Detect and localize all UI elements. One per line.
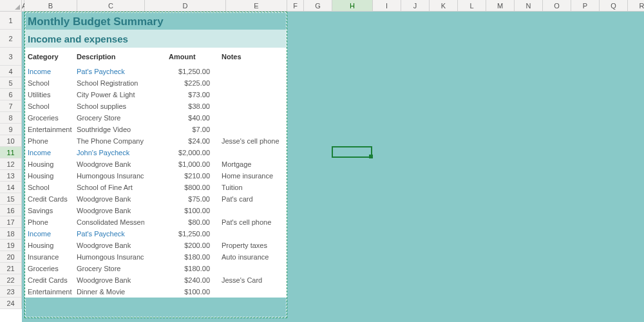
cell-amount[interactable]: $40.00 [144,114,222,122]
cell-category[interactable]: Credit Cards [28,276,77,284]
cell-category[interactable]: Groceries [28,265,77,272]
cell-description[interactable]: School Registration [77,79,144,87]
cell-description[interactable]: Pat's Paycheck [77,68,144,75]
row-header-12[interactable]: 12 [0,158,21,170]
col-category[interactable]: Category [28,53,77,61]
row-header-3[interactable]: 3 [0,48,21,66]
cell-amount[interactable]: $80.00 [144,218,222,226]
col-header-L[interactable]: L [458,0,486,11]
row-header-18[interactable]: 18 [0,228,21,240]
col-header-J[interactable]: J [401,0,430,11]
cell-notes[interactable]: Jesse's Card [222,276,283,284]
table-row[interactable]: HousingHumongous Insurance$210.00Home in… [24,170,287,182]
col-header-H[interactable]: H [332,0,373,11]
cell-amount[interactable]: $180.00 [144,253,222,261]
col-description[interactable]: Description [77,53,144,61]
col-header-B[interactable]: B [24,0,77,11]
table-row[interactable]: SchoolSchool of Fine Art$800.00Tuition [24,182,287,193]
cell-category[interactable]: School [28,79,77,87]
fill-handle[interactable] [369,155,373,158]
table-row[interactable]: SchoolSchool Registration$225.00 [24,77,287,89]
row-header-24[interactable]: 24 [0,298,21,309]
cell-amount[interactable]: $38.00 [144,102,222,110]
table-row[interactable]: HousingWoodgrove Bank$200.00Property tax… [24,240,287,251]
cell-notes[interactable]: Tuition [222,184,283,191]
table-row[interactable]: UtilitiesCity Power & Light$73.00 [24,89,287,100]
cell-category[interactable]: Income [28,149,77,156]
cell-amount[interactable]: $225.00 [144,79,222,87]
table-row[interactable]: IncomeJohn's Paycheck$2,000.00 [24,147,287,158]
row-header-9[interactable]: 9 [0,124,21,135]
cell-description[interactable]: Grocery Store [77,114,144,122]
col-header-K[interactable]: K [430,0,458,11]
row-header-5[interactable]: 5 [0,77,21,89]
row-header-22[interactable]: 22 [0,274,21,286]
cell-amount[interactable]: $1,250.00 [144,230,222,238]
cell-amount[interactable]: $7.00 [144,126,222,133]
grid-area[interactable]: Monthly Budget Summary Income and expens… [22,12,644,322]
table-row[interactable]: Credit CardsWoodgrove Bank$75.00Pat's ca… [24,193,287,205]
cell-description[interactable]: Woodgrove Bank [77,207,144,214]
cell-notes[interactable]: Pat's cell phone [222,218,283,226]
table-row[interactable]: SchoolSchool supplies$38.00 [24,100,287,112]
cell-category[interactable]: Entertainment [28,288,77,296]
cell-description[interactable]: The Phone Company [77,137,144,145]
cell-description[interactable]: Humongous Insurance [77,253,144,261]
table-row[interactable]: PhoneConsolidated Messenger$80.00Pat's c… [24,216,287,228]
row-header-19[interactable]: 19 [0,240,21,251]
col-header-N[interactable]: N [515,0,543,11]
cell-amount[interactable]: $1,000.00 [144,160,222,168]
cell-description[interactable]: Consolidated Messenger [77,218,144,226]
col-header-R[interactable]: R [628,0,644,11]
cell-category[interactable]: Housing [28,172,77,180]
cell-description[interactable]: Grocery Store [77,265,144,272]
col-header-I[interactable]: I [373,0,401,11]
cell-description[interactable]: Woodgrove Bank [77,276,144,284]
col-header-P[interactable]: P [571,0,600,11]
col-header-F[interactable]: F [287,0,304,11]
row-header-6[interactable]: 6 [0,89,21,100]
cell-category[interactable]: Groceries [28,114,77,122]
row-header-2[interactable]: 2 [0,30,21,48]
cell-category[interactable]: School [28,102,77,110]
cell-category[interactable]: Phone [28,137,77,145]
table-row[interactable]: PhoneThe Phone Company$24.00Jesse's cell… [24,135,287,147]
row-header-13[interactable]: 13 [0,170,21,182]
table-row[interactable]: HousingWoodgrove Bank$1,000.00Mortgage [24,158,287,170]
col-header-C[interactable]: C [77,0,145,11]
table-row[interactable]: Credit CardsWoodgrove Bank$240.00Jesse's… [24,274,287,286]
cell-amount[interactable]: $73.00 [144,91,222,99]
row-header-23[interactable]: 23 [0,286,21,298]
cell-category[interactable]: Savings [28,207,77,214]
cell-category[interactable]: Income [28,68,77,75]
cell-category[interactable]: Entertainment [28,126,77,133]
cell-description[interactable]: Woodgrove Bank [77,195,144,203]
row-header-16[interactable]: 16 [0,205,21,216]
row-header-20[interactable]: 20 [0,251,21,263]
cell-description[interactable]: Woodgrove Bank [77,160,144,168]
cell-amount[interactable]: $210.00 [144,172,222,180]
cell-amount[interactable]: $200.00 [144,242,222,249]
row-header-8[interactable]: 8 [0,112,21,124]
cell-notes[interactable]: Mortgage [222,160,283,168]
col-header-M[interactable]: M [486,0,515,11]
row-header-14[interactable]: 14 [0,182,21,193]
cell-category[interactable]: Income [28,230,77,238]
cell-description[interactable]: School supplies [77,102,144,110]
col-header-O[interactable]: O [543,0,571,11]
row-header-7[interactable]: 7 [0,100,21,112]
select-all-corner[interactable] [0,0,22,12]
cell-description[interactable]: Pat's Paycheck [77,230,144,238]
row-header-21[interactable]: 21 [0,263,21,274]
cell-description[interactable]: Woodgrove Bank [77,242,144,249]
row-header-15[interactable]: 15 [0,193,21,205]
cell-notes[interactable]: Property taxes [222,242,283,249]
cell-description[interactable]: Southridge Video [77,126,144,133]
col-header-D[interactable]: D [145,0,226,11]
cell-notes[interactable]: Pat's card [222,195,283,203]
row-header-17[interactable]: 17 [0,216,21,228]
col-notes[interactable]: Notes [222,53,283,61]
col-header-G[interactable]: G [304,0,332,11]
cell-amount[interactable]: $1,250.00 [144,68,222,75]
table-row[interactable]: SavingsWoodgrove Bank$100.00 [24,205,287,216]
